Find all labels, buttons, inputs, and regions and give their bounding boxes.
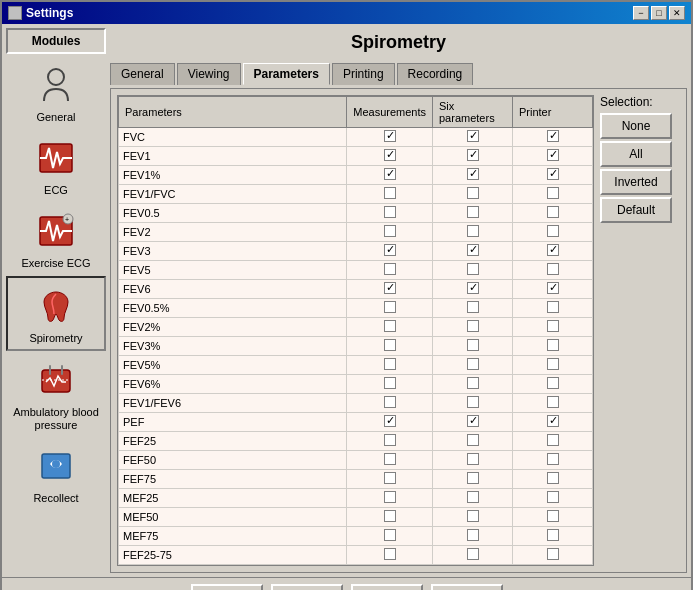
inverted-button[interactable]: Inverted [600, 169, 672, 195]
checkbox-measurements[interactable] [384, 149, 396, 161]
check-cell-measurements[interactable] [347, 546, 433, 565]
checkbox-printer[interactable] [547, 396, 559, 408]
close-button[interactable]: ✕ [669, 6, 685, 20]
check-cell-six[interactable] [433, 318, 513, 337]
check-cell-measurements[interactable] [347, 261, 433, 280]
tab-printing[interactable]: Printing [332, 63, 395, 85]
check-cell-six[interactable] [433, 470, 513, 489]
checkbox-measurements[interactable] [384, 282, 396, 294]
checkbox-six[interactable] [467, 168, 479, 180]
sidebar-item-spirometry[interactable]: Spirometry [6, 276, 106, 351]
checkbox-six[interactable] [467, 510, 479, 522]
checkbox-six[interactable] [467, 548, 479, 560]
check-cell-printer[interactable] [513, 451, 593, 470]
checkbox-six[interactable] [467, 301, 479, 313]
checkbox-printer[interactable] [547, 168, 559, 180]
check-cell-printer[interactable] [513, 280, 593, 299]
checkbox-six[interactable] [467, 244, 479, 256]
checkbox-printer[interactable] [547, 453, 559, 465]
cancel-button[interactable]: Cancel [271, 584, 343, 590]
checkbox-six[interactable] [467, 434, 479, 446]
checkbox-printer[interactable] [547, 149, 559, 161]
check-cell-measurements[interactable] [347, 242, 433, 261]
check-cell-six[interactable] [433, 413, 513, 432]
check-cell-printer[interactable] [513, 489, 593, 508]
checkbox-measurements[interactable] [384, 510, 396, 522]
check-cell-measurements[interactable] [347, 375, 433, 394]
ok-button[interactable]: OK [191, 584, 263, 590]
check-cell-measurements[interactable] [347, 356, 433, 375]
check-cell-printer[interactable] [513, 299, 593, 318]
check-cell-six[interactable] [433, 204, 513, 223]
checkbox-measurements[interactable] [384, 187, 396, 199]
check-cell-six[interactable] [433, 451, 513, 470]
check-cell-measurements[interactable] [347, 147, 433, 166]
check-cell-six[interactable] [433, 546, 513, 565]
checkbox-measurements[interactable] [384, 434, 396, 446]
check-cell-measurements[interactable] [347, 318, 433, 337]
check-cell-printer[interactable] [513, 128, 593, 147]
check-cell-measurements[interactable] [347, 432, 433, 451]
checkbox-measurements[interactable] [384, 339, 396, 351]
checkbox-six[interactable] [467, 130, 479, 142]
check-cell-six[interactable] [433, 185, 513, 204]
check-cell-six[interactable] [433, 166, 513, 185]
check-cell-printer[interactable] [513, 394, 593, 413]
checkbox-measurements[interactable] [384, 358, 396, 370]
check-cell-measurements[interactable] [347, 508, 433, 527]
tab-recording[interactable]: Recording [397, 63, 474, 85]
check-cell-measurements[interactable] [347, 527, 433, 546]
check-cell-printer[interactable] [513, 147, 593, 166]
checkbox-measurements[interactable] [384, 301, 396, 313]
checkbox-measurements[interactable] [384, 548, 396, 560]
check-cell-six[interactable] [433, 261, 513, 280]
check-cell-measurements[interactable] [347, 185, 433, 204]
checkbox-six[interactable] [467, 396, 479, 408]
none-button[interactable]: None [600, 113, 672, 139]
checkbox-printer[interactable] [547, 225, 559, 237]
checkbox-six[interactable] [467, 149, 479, 161]
checkbox-printer[interactable] [547, 434, 559, 446]
check-cell-printer[interactable] [513, 413, 593, 432]
checkbox-printer[interactable] [547, 339, 559, 351]
check-cell-six[interactable] [433, 223, 513, 242]
checkbox-six[interactable] [467, 415, 479, 427]
check-cell-printer[interactable] [513, 185, 593, 204]
checkbox-six[interactable] [467, 472, 479, 484]
check-cell-six[interactable] [433, 128, 513, 147]
check-cell-six[interactable] [433, 375, 513, 394]
table-scroll[interactable]: Parameters Measurements Six parameters P… [118, 96, 593, 565]
checkbox-measurements[interactable] [384, 415, 396, 427]
check-cell-printer[interactable] [513, 470, 593, 489]
check-cell-six[interactable] [433, 299, 513, 318]
check-cell-printer[interactable] [513, 356, 593, 375]
check-cell-printer[interactable] [513, 223, 593, 242]
check-cell-measurements[interactable] [347, 470, 433, 489]
check-cell-printer[interactable] [513, 242, 593, 261]
check-cell-printer[interactable] [513, 337, 593, 356]
checkbox-six[interactable] [467, 206, 479, 218]
checkbox-measurements[interactable] [384, 263, 396, 275]
check-cell-six[interactable] [433, 432, 513, 451]
checkbox-measurements[interactable] [384, 396, 396, 408]
checkbox-printer[interactable] [547, 415, 559, 427]
check-cell-printer[interactable] [513, 318, 593, 337]
check-cell-printer[interactable] [513, 432, 593, 451]
check-cell-printer[interactable] [513, 375, 593, 394]
checkbox-measurements[interactable] [384, 453, 396, 465]
checkbox-measurements[interactable] [384, 529, 396, 541]
checkbox-printer[interactable] [547, 529, 559, 541]
apply-button[interactable]: Apply [351, 584, 423, 590]
checkbox-printer[interactable] [547, 206, 559, 218]
check-cell-measurements[interactable] [347, 223, 433, 242]
checkbox-six[interactable] [467, 225, 479, 237]
help-button[interactable]: Help [431, 584, 503, 590]
tab-parameters[interactable]: Parameters [243, 63, 330, 85]
checkbox-six[interactable] [467, 339, 479, 351]
check-cell-six[interactable] [433, 527, 513, 546]
checkbox-printer[interactable] [547, 187, 559, 199]
checkbox-printer[interactable] [547, 358, 559, 370]
checkbox-measurements[interactable] [384, 225, 396, 237]
check-cell-six[interactable] [433, 242, 513, 261]
checkbox-six[interactable] [467, 453, 479, 465]
